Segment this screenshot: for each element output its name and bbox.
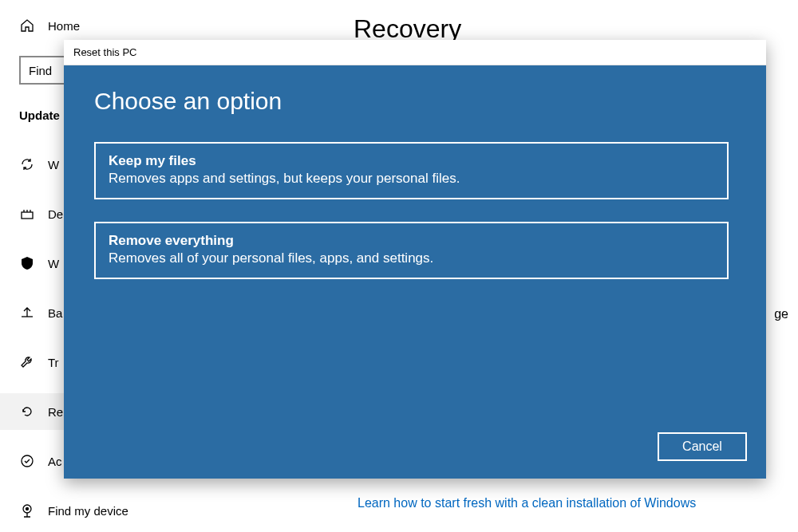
delivery-icon [19,206,35,222]
svg-point-1 [22,455,33,467]
backup-icon [19,305,35,321]
check-circle-icon [19,453,35,469]
dialog-heading: Choose an option [94,88,736,115]
cancel-button[interactable]: Cancel [658,432,747,461]
dialog-window-title: Reset this PC [73,46,136,58]
sidebar-item-label: Ac [48,455,62,468]
option-desc: Removes all of your personal files, apps… [109,250,714,266]
wrench-icon [19,354,35,370]
option-keep-files[interactable]: Keep my files Removes apps and settings,… [94,142,729,199]
option-desc: Removes apps and settings, but keeps you… [109,171,714,187]
location-icon [19,502,35,518]
svg-rect-0 [22,212,33,219]
sidebar-item-label: De [48,207,63,221]
sync-icon [19,156,35,172]
sidebar-item-label: Find my device [48,504,128,518]
sidebar-item-label: W [48,158,59,171]
sidebar-item-label: Re [48,405,63,419]
option-remove-everything[interactable]: Remove everything Removes all of your pe… [94,222,729,279]
option-title: Remove everything [109,233,714,249]
svg-point-3 [26,508,29,510]
sidebar-item-label: W [48,257,59,270]
recovery-icon [19,404,35,420]
dialog-body: Choose an option Keep my files Removes a… [64,65,766,479]
learn-link[interactable]: Learn how to start fresh with a clean in… [358,496,696,510]
sidebar-item-label: Tr [48,356,59,369]
home-icon [19,18,35,33]
truncated-text: ge [774,307,788,321]
dialog-titlebar: Reset this PC [64,40,766,65]
sidebar-item-find-device[interactable]: Find my device [19,492,331,529]
option-title: Keep my files [109,153,714,169]
sidebar-home[interactable]: Home [19,18,331,33]
reset-pc-dialog: Reset this PC Choose an option Keep my f… [64,40,766,479]
cancel-button-label: Cancel [682,439,722,454]
shield-icon [19,255,35,271]
sidebar-home-label: Home [48,19,80,33]
sidebar-item-label: Ba [48,306,62,320]
